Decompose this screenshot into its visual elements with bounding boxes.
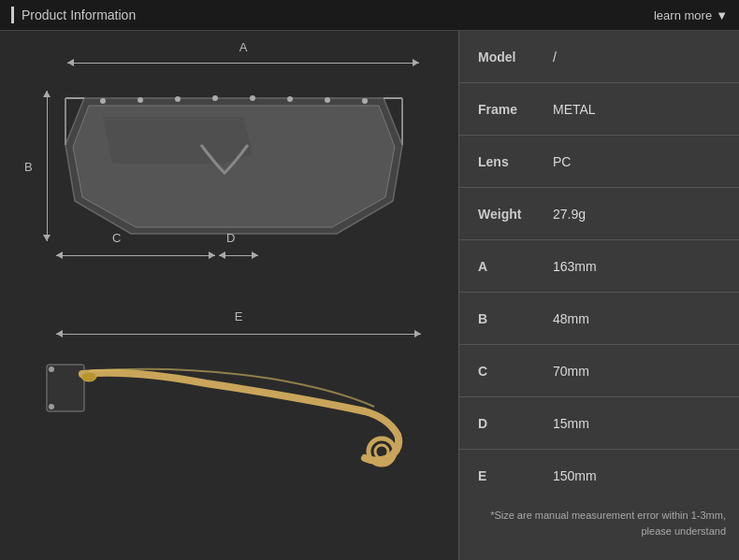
title-bar-decoration [11, 7, 14, 23]
svg-point-6 [325, 97, 330, 103]
dropdown-icon: ▼ [716, 8, 728, 22]
spec-value: 27.9g [553, 207, 586, 222]
spec-key: E [478, 468, 553, 483]
spec-row-lens: Lens PC [459, 136, 739, 188]
header: Product Information learn more ▼ [0, 0, 739, 31]
spec-key: D [478, 416, 553, 431]
dimension-e-arrow: E [56, 326, 421, 341]
spec-value: 15mm [553, 416, 589, 431]
spec-row-model: Model / [459, 31, 739, 83]
spec-value: / [553, 50, 557, 65]
dim-e-label: E [235, 309, 243, 323]
svg-point-7 [362, 98, 368, 104]
dim-d-label: D [226, 231, 235, 245]
spec-key: Weight [478, 207, 553, 222]
spec-value: 70mm [553, 364, 589, 379]
dimension-a-arrow: A [67, 55, 419, 70]
spec-key: B [478, 311, 553, 326]
spec-value: 163mm [553, 259, 597, 274]
svg-point-5 [287, 96, 293, 102]
glasses-side-svg [37, 341, 412, 486]
spec-key: Frame [478, 102, 553, 117]
learn-more-label: learn more [654, 8, 712, 22]
dimension-cd-group: C D [56, 248, 258, 263]
page-title: Product Information [22, 7, 136, 22]
svg-point-4 [250, 95, 255, 101]
svg-point-2 [175, 96, 181, 102]
spec-row-d: D 15mm [459, 397, 739, 450]
spec-row-b: B 48mm [459, 293, 739, 345]
svg-point-1 [138, 97, 143, 103]
spec-value: PC [553, 154, 571, 169]
left-panel: A B [0, 31, 458, 560]
spec-key: Model [478, 50, 553, 65]
svg-point-9 [49, 366, 54, 372]
spec-row-e: E 150mm [459, 450, 739, 502]
dim-c-label: C [112, 231, 121, 245]
spec-value: 150mm [553, 468, 597, 483]
svg-point-3 [212, 95, 218, 101]
footnote: *Size are manual measurement error withi… [459, 502, 739, 538]
learn-more-button[interactable]: learn more ▼ [654, 8, 728, 22]
dim-b-label: B [24, 159, 33, 173]
spec-row-a: A 163mm [459, 240, 739, 293]
svg-point-10 [49, 404, 54, 409]
svg-point-11 [81, 372, 96, 381]
spec-key: C [478, 364, 553, 379]
dim-a-label: A [239, 40, 248, 54]
spec-key: Lens [478, 154, 553, 169]
main-content: A B [0, 31, 739, 560]
dimension-b-arrow: B [39, 91, 54, 241]
side-view-diagram: E [28, 321, 430, 508]
svg-point-0 [100, 98, 106, 104]
front-view-diagram: A B [28, 50, 430, 302]
specs-panel: Model / Frame METAL Lens PC Weight 27.9g… [458, 31, 739, 560]
spec-value: 48mm [553, 311, 589, 326]
spec-value: METAL [553, 102, 596, 117]
spec-row-c: C 70mm [459, 345, 739, 397]
specs-table: Model / Frame METAL Lens PC Weight 27.9g… [459, 31, 739, 502]
spec-row-weight: Weight 27.9g [459, 188, 739, 240]
header-title-group: Product Information [11, 7, 136, 23]
spec-row-frame: Frame METAL [459, 83, 739, 136]
spec-key: A [478, 259, 553, 274]
